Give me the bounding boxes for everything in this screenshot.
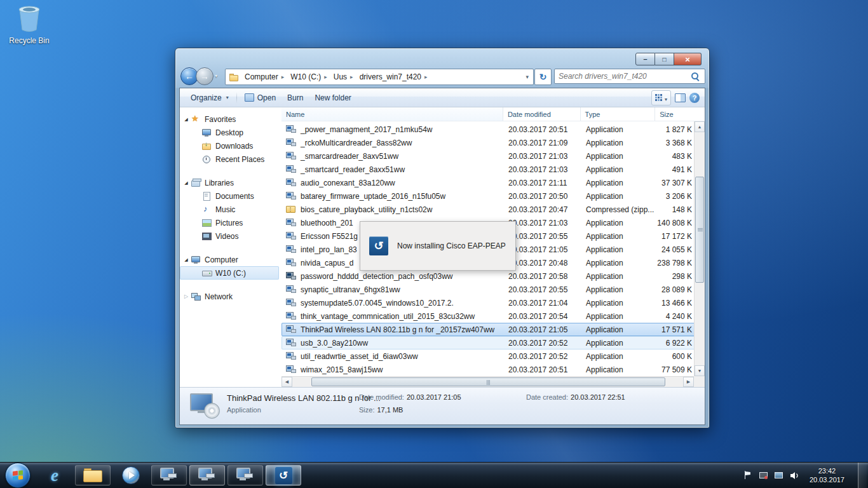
table-row[interactable]: wimax_2015_8awj15ww 20.03.2017 20:51 App… <box>281 363 695 376</box>
open-button[interactable]: Open <box>239 91 281 105</box>
recent-pages-dropdown-icon[interactable] <box>215 73 217 79</box>
table-row[interactable]: batarey_firmware_uptade_2016_n15fu05w 20… <box>281 189 695 203</box>
start-button[interactable] <box>5 463 31 488</box>
file-name: ThinkPad Wireless LAN 802.11b g n for _2… <box>301 325 494 334</box>
horizontal-scrollbar[interactable] <box>281 376 694 387</box>
table-row[interactable]: usb_3.0_8ay210ww 20.03.2017 20:52 Applic… <box>281 336 695 349</box>
file-type: Application <box>581 299 656 308</box>
table-row[interactable]: _smarcardreader_8axv51ww 20.03.2017 21:0… <box>281 149 695 163</box>
taskbar-button-installer-2[interactable] <box>189 465 225 485</box>
vertical-scrollbar-thumb[interactable] <box>695 177 704 283</box>
file-type: Application <box>581 152 656 161</box>
file-icon <box>286 138 297 147</box>
table-row[interactable]: _smartcard_reader_8axx51ww 20.03.2017 21… <box>281 163 695 176</box>
table-row[interactable]: password_hdddd_detection_pach_osfq03ww 2… <box>281 269 695 283</box>
change-view-button[interactable] <box>651 90 671 105</box>
close-button[interactable] <box>674 53 702 65</box>
sidebar-item[interactable]: Computer <box>180 253 279 266</box>
sidebar-item[interactable]: Recent Places <box>180 152 279 166</box>
table-row[interactable]: _rckoMulticardreader_8ass82ww 20.03.2017… <box>281 136 695 149</box>
expander-icon[interactable] <box>183 216 189 229</box>
table-row[interactable]: _power_managment_2017_n1mku54w 20.03.201… <box>281 123 695 136</box>
taskbar-button-installer-1[interactable] <box>151 465 187 485</box>
file-size: 17 172 K <box>656 232 695 241</box>
sidebar-item-label: Favorites <box>205 115 236 124</box>
column-header-name[interactable]: Name <box>281 107 503 121</box>
table-row[interactable]: systemupdate5.07.0045_windows10_2017.2. … <box>281 296 695 309</box>
recycle-bin[interactable]: Recycle Bin <box>5 4 53 45</box>
file-icon <box>286 285 297 294</box>
file-name-cell: password_hdddd_detection_pach_osfq03ww <box>281 271 504 281</box>
expander-icon[interactable] <box>183 203 189 216</box>
horizontal-scrollbar-thumb[interactable] <box>311 377 665 386</box>
table-row[interactable]: bios_cature_playback_utility_n1cts02w 20… <box>281 203 695 216</box>
breadcrumb-dropdown-icon[interactable] <box>521 74 533 80</box>
expander-icon[interactable] <box>183 126 189 139</box>
expander-icon[interactable] <box>183 266 189 280</box>
taskbar-button-installer-3[interactable] <box>227 465 263 485</box>
search-icon[interactable] <box>691 72 700 81</box>
sidebar-item[interactable]: Music <box>180 203 279 216</box>
column-header-type[interactable]: Type <box>581 107 656 121</box>
sidebar-item[interactable]: Pictures <box>180 216 279 229</box>
sidebar-item[interactable]: Network <box>180 290 279 303</box>
maximize-button[interactable] <box>655 53 674 65</box>
expander-icon[interactable] <box>183 253 189 266</box>
show-desktop-button[interactable] <box>858 463 867 488</box>
sidebar-item[interactable]: Desktop <box>180 126 279 139</box>
sidebar-item[interactable]: W10 (C:) <box>180 266 279 280</box>
scroll-right-icon[interactable] <box>683 377 694 387</box>
sidebar-item-label: Downloads <box>215 142 253 151</box>
new-folder-button[interactable]: New folder <box>309 91 356 105</box>
column-header-size-label: Size <box>660 111 673 118</box>
expander-icon[interactable] <box>183 176 189 189</box>
sidebar-item[interactable]: Favorites <box>180 112 279 126</box>
refresh-icon[interactable] <box>534 69 552 85</box>
table-row[interactable]: ThinkPad Wireless LAN 802.11b g n for _2… <box>281 323 695 336</box>
expander-icon[interactable] <box>183 290 189 303</box>
taskbar-button-internet-explorer[interactable] <box>37 465 72 485</box>
taskbar-button-media-player[interactable] <box>113 465 149 485</box>
table-row[interactable]: think_vantage_commnication_util_2015_83c… <box>281 309 695 323</box>
expander-icon[interactable] <box>183 189 189 203</box>
sidebar-item[interactable]: Documents <box>180 189 279 203</box>
views-icon <box>655 94 663 102</box>
vertical-scrollbar[interactable] <box>694 121 705 376</box>
taskbar-clock[interactable]: 23:42 20.03.2017 <box>806 466 848 484</box>
sidebar-item[interactable]: Downloads <box>180 139 279 152</box>
sidebar-item[interactable]: Videos <box>180 229 279 243</box>
breadcrumb-segment[interactable]: W10 (C:) <box>287 69 330 85</box>
scroll-up-icon[interactable] <box>695 121 705 132</box>
expander-icon[interactable] <box>183 139 189 152</box>
taskbar-button-explorer[interactable] <box>75 465 111 485</box>
table-row[interactable]: util_readwrtie_asset_id_6iaw03ww 20.03.2… <box>281 349 695 363</box>
expander-icon[interactable] <box>183 229 189 243</box>
breadcrumb-segment[interactable]: Uus <box>330 69 356 85</box>
preview-pane-button[interactable] <box>675 93 686 102</box>
volume-icon[interactable] <box>790 471 799 480</box>
language-flag-icon[interactable] <box>744 471 752 480</box>
burn-button[interactable]: Burn <box>281 91 309 105</box>
remove-hardware-icon[interactable] <box>759 471 768 480</box>
display-icon[interactable] <box>775 471 783 480</box>
file-icon <box>286 298 297 308</box>
forward-button[interactable] <box>196 67 214 85</box>
taskbar-button-cisco-installer[interactable] <box>266 465 301 485</box>
breadcrumb-segment[interactable]: drivers_win7_t420 <box>356 69 430 85</box>
column-header-date-modified[interactable]: Date modified <box>503 107 581 121</box>
table-row[interactable]: audio_conexant_83a120ww 20.03.2017 21:11… <box>281 176 695 189</box>
help-button[interactable] <box>689 93 700 103</box>
organize-button[interactable]: Organize <box>185 91 234 105</box>
file-type: Application <box>581 312 656 321</box>
expander-icon[interactable] <box>183 152 189 166</box>
minimize-button[interactable] <box>635 53 655 65</box>
breadcrumb-segment[interactable]: Computer <box>241 69 287 85</box>
column-header-size[interactable]: Size <box>655 107 694 121</box>
sidebar-item[interactable]: Libraries <box>180 176 279 189</box>
scroll-down-icon[interactable] <box>695 365 705 376</box>
file-size: 77 509 K <box>656 365 695 374</box>
search-input[interactable] <box>555 72 691 81</box>
table-row[interactable]: synaptic_ultranav_6hgx81ww 20.03.2017 20… <box>281 283 695 296</box>
scroll-left-icon[interactable] <box>281 377 292 387</box>
expander-icon[interactable] <box>183 112 189 126</box>
